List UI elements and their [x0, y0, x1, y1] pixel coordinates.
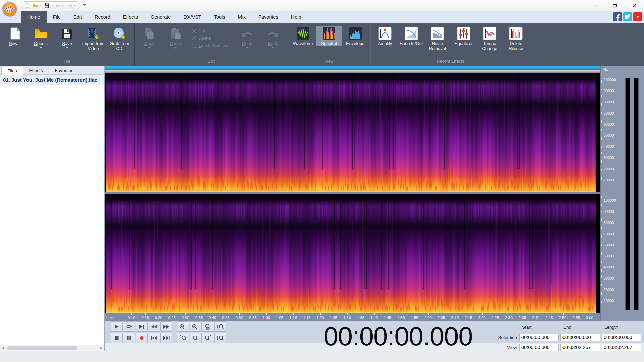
playhead-cursor[interactable]	[106, 73, 106, 313]
hscroll-thumb[interactable]	[7, 346, 77, 350]
dropdown-caret-icon	[272, 47, 274, 49]
to-start-button[interactable]	[148, 333, 160, 343]
menu-tab-home[interactable]: Home	[21, 11, 47, 23]
spectrogram-channel-left[interactable]	[105, 73, 600, 192]
sidebar-tab-files[interactable]: Files	[1, 67, 23, 75]
menu-tab-effects[interactable]: Effects	[117, 11, 144, 23]
time-label: 2:10	[451, 316, 459, 320]
ribbon-equalizer-button[interactable]: Equalizer	[451, 26, 476, 46]
restore-button[interactable]	[605, 0, 625, 11]
file-list-item[interactable]: 01. Just You, Just Me (Remastered).flac	[0, 75, 104, 85]
ribbon-delete-silence-button[interactable]: Delete Silence	[503, 26, 529, 51]
zoom-100-button[interactable]: 100	[202, 321, 214, 332]
time-ruler[interactable]: hms 0:100:150:200:250:300:350:400:450:50…	[105, 313, 600, 321]
scroll-left-arrow-icon[interactable]: ◀	[0, 345, 6, 351]
zoom-100-icon: 100	[204, 324, 212, 330]
menu-tab-dx-vst[interactable]: DX/VST	[177, 11, 207, 23]
sidebar-tab-effects[interactable]: Effects	[23, 66, 49, 74]
zoom-in-button[interactable]	[177, 321, 189, 332]
to-end-button[interactable]	[160, 333, 172, 343]
app-logo-icon[interactable]	[1, 1, 18, 19]
selection-end-input[interactable]	[560, 334, 600, 341]
menu-tab-generate[interactable]: Generate	[144, 11, 177, 23]
facebook-icon[interactable]	[613, 12, 622, 21]
zoom-out-button[interactable]	[190, 321, 202, 332]
time-label: 1:05	[276, 316, 283, 320]
forward-button[interactable]	[160, 321, 172, 332]
ribbon-tempo-change-button[interactable]: Tempo Change	[477, 26, 502, 51]
overview-strip[interactable]	[105, 70, 600, 73]
twitter-icon[interactable]	[623, 12, 632, 21]
horizontal-scrollbar[interactable]	[105, 66, 600, 70]
ribbon-save-button[interactable]: Save	[54, 26, 80, 49]
time-label: 1:35	[357, 316, 364, 320]
open-folder-icon	[33, 3, 38, 8]
quick-new-button[interactable]	[24, 2, 31, 9]
minimize-button[interactable]	[586, 0, 605, 11]
ribbon-noise-removal-button[interactable]: Noise Removal	[425, 26, 450, 51]
zoom-vertical-out-button[interactable]	[214, 333, 226, 343]
selection-length-input[interactable]	[602, 334, 641, 341]
zoom-selection-button[interactable]	[190, 333, 202, 343]
quick-save-button[interactable]	[43, 2, 53, 9]
quick-open-button[interactable]	[31, 2, 42, 9]
freq-label: 20000	[604, 167, 614, 171]
zoom-vertical-in-button[interactable]	[214, 321, 226, 332]
ribbon-item-label: Spectral	[321, 41, 337, 46]
time-unit-label: hms	[106, 316, 114, 320]
view-length-input[interactable]	[602, 344, 641, 351]
save-dropdown-caret	[50, 5, 52, 6]
fade-icon	[405, 27, 418, 40]
stop-button[interactable]	[111, 333, 123, 343]
selection-start-input[interactable]	[519, 334, 559, 341]
menu-tab-help[interactable]: Help	[285, 11, 308, 23]
next-button[interactable]	[136, 321, 148, 332]
ribbon-group-file: New...Open...SaveImport from VideoGrab f…	[0, 23, 134, 66]
ribbon-amplify-button[interactable]: Amplify	[372, 26, 398, 46]
ribbon-group-view: WaveformSpectralEnvelopeView	[288, 23, 370, 66]
ribbon-envelope-button[interactable]: Envelope	[342, 26, 368, 46]
view-start-input[interactable]	[519, 344, 559, 351]
time-label: 0:10	[128, 316, 135, 320]
record-button[interactable]	[136, 333, 148, 343]
ribbon-spectral-button[interactable]: Spectral	[316, 26, 342, 46]
ribbon-waveform-button[interactable]: Waveform	[290, 26, 316, 46]
sidebar-tab-favorites[interactable]: Favorites	[49, 66, 80, 74]
save-floppy-icon	[62, 28, 72, 39]
youtube-icon[interactable]	[633, 12, 642, 21]
ribbon-fade-in-out-button[interactable]: Fade In/Out	[398, 26, 424, 46]
ribbon-grab-from-cd-button[interactable]: Grab from CD	[107, 26, 132, 51]
ribbon-group-label: File	[0, 59, 134, 66]
menu-tab-edit[interactable]: Edit	[67, 11, 88, 23]
time-label: 0:30	[182, 316, 189, 320]
play-button[interactable]	[111, 321, 123, 332]
zoom-selection-end-button[interactable]	[202, 333, 214, 343]
time-label: 0:15	[141, 316, 149, 320]
ribbon-new-button[interactable]: New...	[2, 26, 28, 46]
left-panel-hscrollbar[interactable]: ◀ ▶	[0, 345, 104, 351]
menu-tab-mix[interactable]: Mix	[232, 11, 252, 23]
customize-toolbar-button[interactable]	[83, 4, 86, 7]
loop-button[interactable]	[123, 321, 135, 332]
time-label: 0:40	[209, 316, 216, 320]
open-folder-icon	[35, 28, 47, 39]
spectrogram-channel-right[interactable]	[105, 194, 600, 313]
left-panel-tabs: FilesEffectsFavorites	[0, 66, 104, 75]
ribbon-item-label: Delete	[198, 36, 211, 41]
menu-tab-record[interactable]: Record	[88, 11, 117, 23]
menu-tab-file[interactable]: File	[47, 11, 67, 23]
ribbon-delete-button: Delete	[192, 36, 231, 41]
dropdown-caret-icon	[174, 47, 177, 49]
pause-button[interactable]	[123, 333, 135, 343]
ribbon-open-button[interactable]: Open...	[28, 26, 54, 49]
close-button[interactable]	[625, 0, 644, 11]
rewind-button[interactable]	[148, 321, 160, 332]
menu-tab-tools[interactable]: Tools	[208, 11, 232, 23]
menu-tab-favorites[interactable]: Favorites	[252, 11, 285, 23]
view-end-input[interactable]	[560, 344, 600, 351]
ribbon-import-from-video-button[interactable]: Import from Video	[80, 26, 106, 51]
zoom-selection-start-button[interactable]	[177, 333, 189, 343]
undo-arrow-icon	[240, 29, 254, 38]
hscroll-track[interactable]	[6, 345, 99, 351]
scroll-right-arrow-icon[interactable]: ▶	[99, 345, 104, 351]
